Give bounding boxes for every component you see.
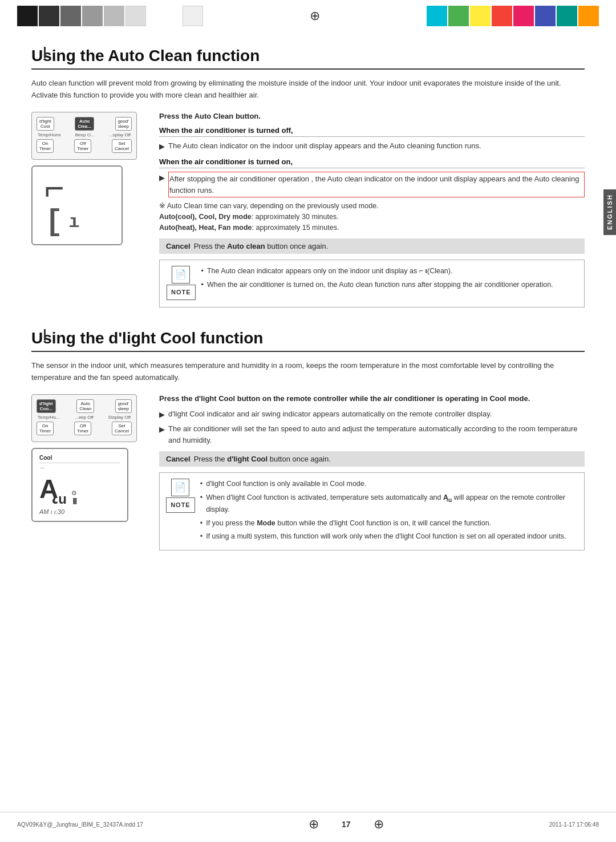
arrow-icon-3: ▶	[159, 409, 165, 420]
set-cancel-btn-2[interactable]: SetCancel	[112, 422, 132, 435]
bracket-i: ı	[68, 212, 79, 233]
display-off-label: ...splay Off	[109, 132, 131, 137]
section1: Using the Auto Clean function Auto clean…	[31, 47, 585, 313]
section2-bullet2-text: The air conditioner will set the fan spe…	[168, 423, 585, 446]
time-note-heat-val: : approximately 15 minutes.	[252, 224, 339, 232]
color-bar-black	[17, 6, 38, 26]
display-chars: [ ı	[42, 208, 112, 237]
section2-left-dash	[44, 329, 46, 341]
section2-cancel-text: Press the d'light Cool button once again…	[194, 455, 331, 463]
remote2-row-3: OnTimer OffTimer SetCancel	[37, 422, 132, 435]
beep-label-2: ...eep Off	[75, 415, 94, 420]
off-timer-btn-2[interactable]: OffTimer	[74, 422, 91, 435]
color-bar-blue	[535, 6, 556, 26]
char-icons-col: ⚙ ▐▌	[71, 489, 79, 504]
off-timer-btn[interactable]: OffTimer	[74, 139, 91, 153]
color-bars-right	[427, 6, 599, 26]
color-bar-cyan	[427, 6, 447, 26]
note-icon-col: 📄 NOTE	[167, 266, 196, 301]
color-bars-left	[17, 6, 203, 26]
section1-cancel-bar: Cancel Press the Auto clean button once …	[159, 238, 585, 254]
section2-press-instruction-text: Press the d'light Cool button on the rem…	[159, 394, 530, 403]
english-label: ENGLISH	[606, 195, 613, 230]
color-bar-dark	[39, 6, 59, 26]
remote2-row-1: d'lightCoo... AutoClean good'sleep	[37, 399, 132, 413]
temp-humi-label-2: Temp/Hu...	[38, 415, 60, 420]
footer-filename: AQV09K&Y@_Jungfrau_IBIM_E_32437A.indd 17	[17, 821, 143, 828]
note2-label: NOTE	[166, 497, 195, 513]
set-cancel-btn[interactable]: SetCancel	[112, 139, 132, 153]
cool-display-chars: Ąu ⚙ ▐▌	[39, 476, 120, 506]
page-footer: AQV09K&Y@_Jungfrau_IBIM_E_32437A.indd 17…	[0, 812, 616, 836]
auto-clean-btn-highlighted[interactable]: AutoClea...	[75, 117, 94, 131]
color-bar-green	[448, 6, 469, 26]
section1-left-col: d'lightCool AutoClea... good'sleep Temp/…	[31, 112, 145, 245]
note-item-1: The Auto clean indicator appears only on…	[201, 266, 553, 277]
compass-icon: ⊕	[310, 9, 320, 23]
section1-condition2-text: After stopping the air conditioner opera…	[168, 172, 585, 197]
temp-humi-label: Temp/Humi	[38, 132, 60, 137]
section1-display-panel: ⌐ [ ı	[31, 165, 123, 245]
note-doc-icon: 📄	[172, 266, 190, 284]
section1-note-box: 📄 NOTE The Auto clean indicator appears …	[159, 260, 585, 307]
section1-note-content: The Auto clean indicator appears only on…	[201, 266, 553, 293]
color-bar-white2	[183, 6, 203, 26]
section1-left-dash	[44, 47, 46, 58]
section1-press-instruction: Press the Auto Clean button.	[159, 112, 585, 120]
color-bar-mid	[60, 6, 81, 26]
bracket-open: [	[45, 208, 63, 237]
footer-date: 2011-1-17 17:06:48	[549, 821, 599, 828]
cool-display-label: Cool	[39, 455, 120, 463]
section2-cancel-bar: Cancel Press the d'light Cool button onc…	[159, 451, 585, 467]
cool-display-wave: ⌒	[39, 467, 120, 475]
beep-label: Beep O...	[75, 132, 95, 137]
section2-bullet2: ▶ The air conditioner will set the fan s…	[159, 423, 585, 446]
bracket-left: ⌐	[42, 173, 112, 208]
cool-display-time: AM ı ı:30	[39, 508, 120, 515]
section1-condition2-bullet: ▶ After stopping the air conditioner ope…	[159, 172, 585, 197]
arrow-icon-1: ▶	[159, 141, 165, 152]
color-bar-orange	[578, 6, 599, 26]
footer-page-number: 17	[342, 820, 351, 829]
section1-cancel-text: Press the Auto clean button once again.	[194, 242, 329, 250]
page-content: ENGLISH Using the Auto Clean function Au…	[0, 30, 616, 573]
remote2-row-2: Temp/Hu... ...eep Off Display Off	[37, 415, 132, 420]
section1-time-note-prefix: ※ Auto Clean time can vary, depending on…	[159, 201, 585, 233]
english-sidebar: ENGLISH	[603, 189, 616, 235]
note2-icon-col: 📄 NOTE	[167, 479, 194, 514]
dlight-cool-btn-2[interactable]: d'lightCoo...	[37, 399, 56, 413]
note2-doc-icon: 📄	[171, 479, 189, 496]
section2-display-panel: Cool ⌒ Ąu ⚙ ▐▌ AM ı ı:30	[31, 448, 128, 522]
remote-row-2: Temp/Humi Beep O... ...splay Off	[37, 132, 132, 137]
section1-body: d'lightCool AutoClea... good'sleep Temp/…	[31, 112, 585, 314]
section2-bullet1: ▶ d'light Cool indicator and air swing i…	[159, 408, 585, 420]
color-bar-red	[492, 6, 512, 26]
color-bar-magenta	[513, 6, 534, 26]
section2-cancel-label: Cancel	[166, 455, 191, 463]
section2-note-content: d'light Cool function is only available …	[200, 479, 577, 544]
section1-condition2-heading: When the air conditioner is turned on,	[159, 157, 585, 168]
good-sleep-btn[interactable]: good'sleep	[115, 117, 132, 131]
on-timer-btn[interactable]: OnTimer	[37, 139, 54, 153]
time-note-cool-val: : approximately 30 minutes.	[252, 213, 339, 221]
good-sleep-btn-2[interactable]: good'sleep	[115, 399, 132, 413]
on-timer-btn-2[interactable]: OnTimer	[37, 422, 54, 435]
display-off-label-2: Display Off	[108, 415, 131, 420]
arrow-icon-2: ▶	[159, 172, 165, 184]
note-label: NOTE	[167, 285, 196, 300]
color-bar-light	[82, 6, 103, 26]
arrow-icon-4: ▶	[159, 424, 165, 435]
section2-body: d'lightCoo... AutoClean good'sleep Temp/…	[31, 394, 585, 557]
remote-control-2: d'lightCoo... AutoClean good'sleep Temp/…	[31, 394, 137, 442]
footer-compass-icon: ⊕	[309, 817, 319, 832]
auto-clean-btn-2[interactable]: AutoClean	[76, 399, 94, 413]
note2-item-2: When d'light Cool function is activated,…	[200, 492, 577, 516]
section2-press-instruction: Press the d'light Cool button on the rem…	[159, 394, 585, 403]
note2-item-1: d'light Cool function is only available …	[200, 479, 577, 489]
dlight-cool-btn[interactable]: d'lightCool	[37, 117, 54, 131]
color-bar-white	[125, 6, 146, 26]
color-bar-yellow	[470, 6, 491, 26]
note-item-2: When the air conditioner is turned on, t…	[201, 280, 553, 290]
time-note-cool-label: Auto(cool), Cool, Dry mode	[159, 213, 252, 221]
char-settings-icon: ⚙	[71, 489, 79, 497]
